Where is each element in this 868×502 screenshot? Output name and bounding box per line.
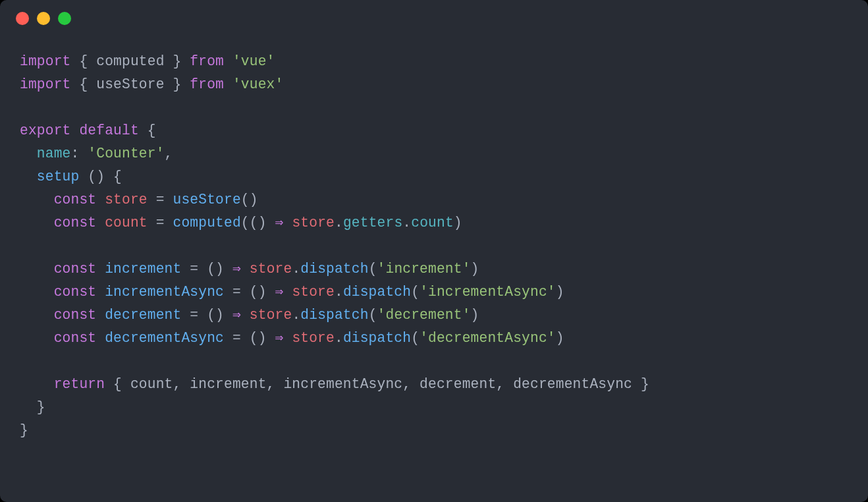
- code-token: store: [105, 192, 148, 208]
- code-line: setup () {: [20, 165, 848, 188]
- code-token: increment: [190, 376, 266, 392]
- code-token: ): [471, 307, 479, 323]
- code-token: [20, 284, 54, 300]
- zoom-icon[interactable]: [58, 12, 71, 25]
- code-token: [20, 376, 54, 392]
- code-token: = (): [181, 307, 232, 323]
- code-token: const: [54, 307, 97, 323]
- code-token: .: [335, 284, 343, 300]
- code-token: [96, 307, 105, 323]
- code-token: ⇒: [232, 307, 241, 323]
- code-token: dispatch: [300, 261, 368, 277]
- code-token: (: [411, 330, 420, 346]
- code-token: useStore: [96, 76, 164, 92]
- code-line: import { computed } from 'vue': [20, 50, 848, 73]
- code-window: import { computed } from 'vue'import { u…: [0, 0, 868, 502]
- code-token: useStore: [173, 192, 241, 208]
- code-token: ⇒: [275, 284, 283, 300]
- code-token: [20, 192, 54, 208]
- code-token: }: [20, 422, 28, 438]
- code-token: const: [54, 261, 97, 277]
- code-token: ,: [496, 376, 513, 392]
- code-line: const decrementAsync = () ⇒ store.dispat…: [20, 327, 848, 350]
- code-token: = (): [224, 330, 275, 346]
- code-token: [71, 123, 80, 138]
- code-token: 'Counter': [88, 146, 164, 161]
- code-token: .: [335, 215, 343, 231]
- code-token: [20, 169, 37, 184]
- code-token: count: [130, 376, 173, 392]
- code-token: :: [71, 146, 88, 161]
- close-icon[interactable]: [16, 12, 29, 25]
- code-token: ): [471, 261, 479, 277]
- code-line: const incrementAsync = () ⇒ store.dispat…: [20, 281, 848, 304]
- code-token: count: [105, 215, 148, 231]
- code-token: (): [241, 192, 258, 208]
- code-token: const: [54, 215, 97, 231]
- code-token: store: [292, 330, 335, 346]
- code-token: [20, 330, 54, 346]
- code-token: ((): [241, 215, 275, 231]
- minimize-icon[interactable]: [37, 12, 50, 25]
- code-token: (: [369, 307, 377, 323]
- code-token: return: [54, 376, 105, 392]
- code-token: [96, 215, 105, 231]
- code-token: computed: [173, 215, 241, 231]
- code-line: return { count, increment, incrementAsyn…: [20, 373, 848, 396]
- code-token: name: [37, 146, 71, 161]
- code-token: [20, 146, 37, 161]
- code-token: setup: [37, 169, 80, 184]
- code-token: from: [190, 53, 224, 69]
- code-token: [20, 261, 54, 277]
- code-line: const increment = () ⇒ store.dispatch('i…: [20, 258, 848, 281]
- code-token: [283, 330, 292, 346]
- code-token: ⇒: [275, 330, 283, 346]
- code-token: from: [190, 76, 224, 92]
- code-line: name: 'Counter',: [20, 142, 848, 165]
- code-token: (: [411, 284, 420, 300]
- code-token: dispatch: [343, 284, 411, 300]
- code-token: .: [292, 307, 300, 323]
- code-token: computed: [96, 53, 164, 69]
- code-token: ): [556, 330, 564, 346]
- code-token: = (): [181, 261, 232, 277]
- code-line: const count = computed(() ⇒ store.getter…: [20, 211, 848, 235]
- code-token: .: [335, 330, 343, 346]
- code-token: import: [20, 76, 71, 92]
- code-token: {: [71, 53, 97, 69]
- code-token: store: [250, 307, 292, 323]
- code-line: const decrement = () ⇒ store.dispatch('d…: [20, 304, 848, 327]
- code-token: increment: [105, 261, 181, 277]
- code-token: count: [411, 215, 454, 231]
- code-token: [224, 76, 232, 92]
- code-token: ,: [267, 376, 284, 392]
- code-token: [20, 215, 54, 231]
- code-token: () {: [79, 169, 122, 184]
- code-token: {: [105, 376, 130, 392]
- code-token: 'decrement': [377, 307, 471, 323]
- code-token: dispatch: [343, 330, 411, 346]
- code-token: [96, 284, 105, 300]
- code-token: ): [556, 284, 564, 300]
- code-line: export default {: [20, 119, 848, 142]
- code-token: {: [71, 76, 97, 92]
- code-line: }: [20, 419, 848, 442]
- code-token: 'incrementAsync': [420, 284, 556, 300]
- code-token: }: [165, 53, 190, 69]
- code-token: [241, 307, 250, 323]
- code-line: [20, 235, 848, 258]
- code-line: [20, 350, 848, 373]
- code-token: incrementAsync: [105, 284, 224, 300]
- code-token: incrementAsync: [283, 376, 402, 392]
- code-token: store: [292, 215, 335, 231]
- code-token: (: [369, 261, 377, 277]
- code-line: import { useStore } from 'vuex': [20, 73, 848, 96]
- code-token: .: [402, 215, 411, 231]
- code-line: [20, 96, 848, 119]
- code-token: ⇒: [275, 215, 284, 231]
- code-token: = (): [224, 284, 275, 300]
- code-token: ,: [402, 376, 420, 392]
- code-token: default: [79, 123, 138, 138]
- code-token: store: [250, 261, 292, 277]
- code-token: [96, 261, 105, 277]
